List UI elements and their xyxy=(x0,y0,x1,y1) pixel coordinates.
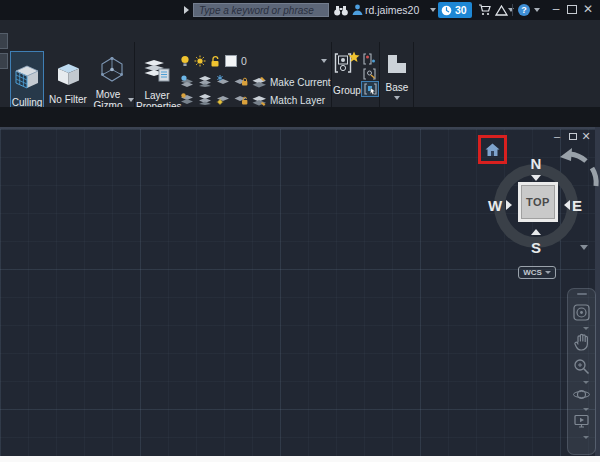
navbar-grip[interactable] xyxy=(577,293,587,295)
layer-lock-icon[interactable] xyxy=(234,73,248,91)
search-binoculars-icon[interactable] xyxy=(333,3,349,17)
clipped-ribbon-icon xyxy=(0,53,8,69)
trial-days-count: 30 xyxy=(455,4,467,16)
layer-properties-icon xyxy=(144,59,170,87)
layer-dropdown-caret-icon[interactable] xyxy=(321,59,327,63)
zoom-caret-icon[interactable] xyxy=(583,381,589,384)
match-layer-button[interactable]: Match Layer xyxy=(252,94,325,107)
home-highlight-red-box xyxy=(478,135,507,164)
culling-button[interactable]: Culling xyxy=(10,51,44,112)
viewcube-west[interactable]: W xyxy=(485,197,505,214)
help-icon[interactable]: ? xyxy=(518,4,530,16)
orbit-caret-icon[interactable] xyxy=(583,408,589,411)
app-restore-button[interactable] xyxy=(567,5,577,14)
ribbon-canvas-gap xyxy=(0,107,600,127)
ungroup-button[interactable] xyxy=(361,52,377,66)
layer-on-bulb-icon xyxy=(180,55,190,67)
rotate-up-arrow-icon[interactable] xyxy=(531,229,541,235)
navigation-bar xyxy=(567,288,596,455)
base-label: Base xyxy=(386,82,409,93)
sign-in-user-icon[interactable] xyxy=(351,3,363,17)
rotate-right-arrow-icon[interactable] xyxy=(506,200,512,210)
a360-caret-icon[interactable] xyxy=(508,8,514,12)
wcs-label: WCS xyxy=(523,268,542,277)
viewcube-top-face[interactable]: TOP xyxy=(518,182,558,222)
rotate-down-arrow-icon[interactable] xyxy=(531,175,541,181)
layer-thaw-sun-icon xyxy=(194,55,206,67)
layer-unisolate-icon[interactable] xyxy=(198,73,212,91)
title-bar: rd.jaimes20 30 ? – ✕ xyxy=(0,0,600,20)
search-expand-icon[interactable] xyxy=(184,6,189,14)
orbit-icon[interactable] xyxy=(573,387,590,406)
clipped-ribbon-icon xyxy=(0,33,8,49)
showmotion-icon[interactable] xyxy=(573,414,590,434)
rotate-left-arrow-icon[interactable] xyxy=(564,200,570,210)
group-edit-button[interactable] xyxy=(361,67,377,81)
group-label: Group xyxy=(333,85,361,96)
layer-isolate-icon[interactable] xyxy=(180,73,194,91)
drawing-close-button[interactable]: ✕ xyxy=(580,130,592,143)
move-gizmo-button[interactable]: Move Gizmo xyxy=(92,51,132,112)
layer-tools-row-1: Make Current xyxy=(180,73,331,91)
layer-freeze-icon[interactable] xyxy=(216,73,230,91)
viewcube-face-label: TOP xyxy=(526,196,550,208)
group-icon xyxy=(334,51,360,82)
cart-icon[interactable] xyxy=(477,3,492,17)
layer-state-dropdown[interactable]: 0 xyxy=(180,53,330,68)
no-filter-label: No Filter xyxy=(49,94,87,105)
clock-icon xyxy=(441,5,452,16)
trial-days-badge[interactable]: 30 xyxy=(438,2,472,18)
base-button[interactable]: Base xyxy=(382,51,412,112)
culling-cube-icon xyxy=(14,64,40,94)
navigation-wheel-icon[interactable] xyxy=(573,304,590,325)
group-button[interactable]: Group xyxy=(334,51,360,112)
layer-color-swatch xyxy=(225,55,237,67)
wcs-caret-icon xyxy=(545,271,551,274)
zoom-magnifier-icon[interactable] xyxy=(573,358,590,379)
make-current-button[interactable]: Make Current xyxy=(252,76,331,89)
no-filter-button[interactable]: No Filter xyxy=(48,51,88,112)
layer-properties-button[interactable]: Layer Properties xyxy=(136,51,178,112)
viewcube-north[interactable]: N xyxy=(526,155,546,172)
viewcube-east[interactable]: E xyxy=(567,197,587,214)
titlebar-divider xyxy=(512,4,513,16)
group-selection-toggle-button[interactable] xyxy=(361,81,379,97)
match-layer-label: Match Layer xyxy=(270,95,325,106)
move-gizmo-icon xyxy=(99,57,125,86)
user-menu-caret-icon[interactable] xyxy=(430,8,436,12)
drawing-restore-button[interactable] xyxy=(569,133,577,140)
search-input[interactable] xyxy=(193,3,329,17)
viewcube-menu-caret-icon[interactable] xyxy=(580,245,588,250)
base-view-icon xyxy=(385,53,409,79)
layer-unlock-icon xyxy=(210,55,221,67)
make-current-label: Make Current xyxy=(270,77,331,88)
help-caret-icon[interactable] xyxy=(534,8,540,12)
viewcube-south[interactable]: S xyxy=(526,239,546,256)
drawing-minimize-button[interactable]: – xyxy=(551,130,563,142)
wcs-dropdown[interactable]: WCS xyxy=(518,266,556,279)
pan-hand-icon[interactable] xyxy=(574,333,590,355)
autocad-window: rd.jaimes20 30 ? – ✕ xyxy=(0,0,600,462)
viewcube-home-icon[interactable] xyxy=(485,143,500,157)
current-layer-name: 0 xyxy=(241,55,247,67)
username-label[interactable]: rd.jaimes20 xyxy=(365,4,419,16)
ribbon: Culling No Filter xyxy=(0,20,600,107)
app-close-button[interactable]: ✕ xyxy=(582,2,594,16)
app-minimize-button[interactable]: – xyxy=(550,2,562,16)
screenshot-bottom-margin xyxy=(0,456,600,462)
base-caret-icon xyxy=(394,96,400,100)
navigation-wheel-caret-icon[interactable] xyxy=(583,327,589,330)
a360-triangle-icon[interactable] xyxy=(494,3,508,17)
showmotion-caret-icon[interactable] xyxy=(583,436,589,439)
no-filter-box-icon xyxy=(56,63,81,91)
